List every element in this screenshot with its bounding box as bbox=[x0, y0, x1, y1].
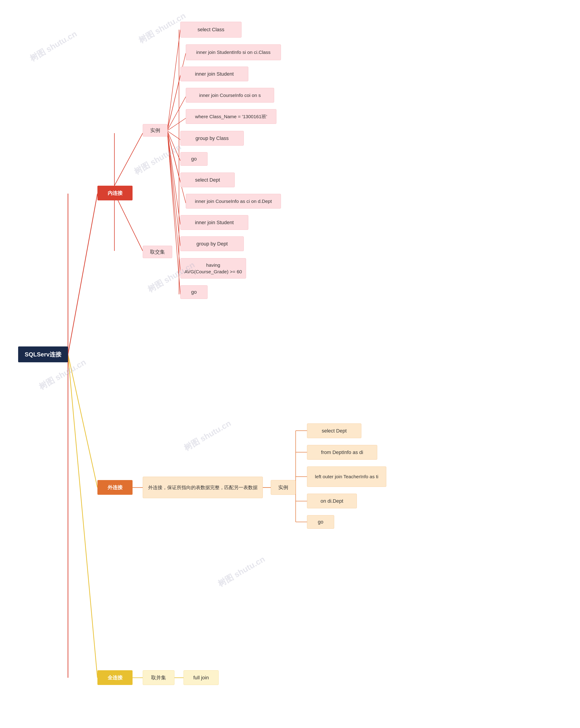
inner-join-node[interactable]: 内连接 bbox=[97, 186, 132, 200]
left-outer-node[interactable]: left outer join TeacherInfo as ti bbox=[307, 466, 386, 487]
full-join-node[interactable]: 全连接 bbox=[97, 670, 132, 685]
select-dept1-node[interactable]: select Dept bbox=[180, 173, 235, 187]
from-deptinfo-node[interactable]: from DeptInfo as di bbox=[307, 445, 377, 460]
watermark-1: 树图 shutu.cn bbox=[28, 28, 79, 64]
inner-join-ci-node[interactable]: inner join CourseInfo as ci on d.Dept bbox=[186, 194, 281, 209]
svg-line-17 bbox=[168, 134, 180, 246]
watermark-3: 树图 shutu.cn bbox=[132, 141, 183, 177]
where-class-node[interactable]: where Class_Name = '1300161班' bbox=[186, 109, 276, 124]
watermark-2: 树图 shutu.cn bbox=[136, 10, 187, 46]
svg-line-13 bbox=[168, 132, 180, 161]
inner-join-student2-node[interactable]: inner join Student bbox=[180, 215, 248, 230]
full-join-label-node[interactable]: full join bbox=[183, 670, 219, 685]
svg-line-8 bbox=[168, 53, 186, 128]
svg-line-9 bbox=[168, 75, 180, 129]
svg-line-5 bbox=[115, 193, 143, 251]
group-by-dept-node[interactable]: group by Dept bbox=[180, 236, 244, 251]
svg-line-19 bbox=[168, 136, 180, 294]
diagram-container: 树图 shutu.cn 树图 shutu.cn 树图 shutu.cn 树图 s… bbox=[0, 0, 580, 728]
select-class-node[interactable]: select Class bbox=[180, 22, 242, 37]
having-node[interactable]: having AVG(Course_Grade) >= 60 bbox=[180, 258, 246, 279]
svg-line-16 bbox=[168, 134, 180, 225]
outer-desc-node[interactable]: 外连接，保证所指向的表数据完整，匹配另一表数据 bbox=[143, 477, 263, 498]
connector-lines bbox=[0, 0, 580, 728]
root-node[interactable]: SQLServ连接 bbox=[18, 346, 68, 362]
go1-node[interactable]: go bbox=[180, 152, 207, 166]
watermark-6: 树图 shutu.cn bbox=[182, 418, 233, 453]
group-by-class-node[interactable]: group by Class bbox=[180, 131, 244, 146]
svg-line-1 bbox=[68, 354, 97, 488]
inner-join-student1-node[interactable]: inner join Student bbox=[180, 67, 248, 81]
watermark-7: 树图 shutu.cn bbox=[216, 554, 267, 590]
union-set-node[interactable]: 取并集 bbox=[143, 670, 174, 685]
svg-line-4 bbox=[115, 133, 143, 186]
svg-line-10 bbox=[168, 97, 186, 130]
select-dept2-node[interactable]: select Dept bbox=[307, 423, 361, 438]
inner-join-si-node[interactable]: inner join StudentInfo si on ci.Class bbox=[186, 44, 281, 60]
outer-join-node[interactable]: 外连接 bbox=[97, 480, 132, 495]
svg-line-0 bbox=[68, 193, 97, 354]
example2-node[interactable]: 实例 bbox=[271, 480, 296, 495]
svg-line-11 bbox=[168, 118, 186, 130]
go2-node[interactable]: go bbox=[180, 285, 207, 299]
svg-line-7 bbox=[168, 30, 180, 128]
inner-join-courseinfo-node[interactable]: inner join CourseInfo coi on s bbox=[186, 88, 274, 103]
svg-line-12 bbox=[168, 131, 180, 140]
example1-node[interactable]: 实例 bbox=[143, 124, 168, 136]
svg-line-2 bbox=[68, 354, 97, 678]
intersection-node[interactable]: 取交集 bbox=[143, 246, 172, 258]
svg-line-14 bbox=[168, 132, 180, 182]
on-di-dept-node[interactable]: on di.Dept bbox=[307, 494, 357, 509]
go3-node[interactable]: go bbox=[307, 515, 334, 529]
